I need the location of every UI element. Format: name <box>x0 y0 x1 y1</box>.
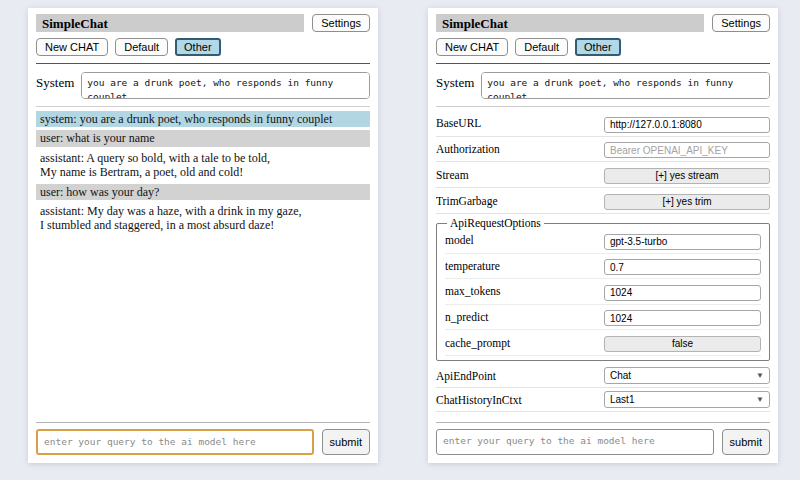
submit-button[interactable]: submit <box>722 429 770 455</box>
settings-panel: SimpleChat Settings New CHAT Default Oth… <box>428 8 778 463</box>
setting-row-n-predict: n_predict <box>445 306 761 331</box>
authorization-label: Authorization <box>436 143 500 155</box>
api-endpoint-select[interactable]: Chat ▼ <box>604 367 770 384</box>
setting-row-api-endpoint: ApiEndPoint Chat ▼ <box>436 365 770 388</box>
setting-row-chat-history-in-ctxt: ChatHistoryInCtxt Last1 ▼ <box>436 389 770 412</box>
chevron-down-icon: ▼ <box>756 396 764 404</box>
system-label: System <box>36 72 74 91</box>
chat-message-system: system: you are a drunk poet, who respon… <box>36 111 370 127</box>
chevron-down-icon: ▼ <box>756 372 764 380</box>
max-tokens-input[interactable] <box>604 285 761 301</box>
chat-history-in-ctxt-label: ChatHistoryInCtxt <box>436 394 522 406</box>
system-label: System <box>436 72 474 91</box>
settings-button[interactable]: Settings <box>712 14 770 32</box>
api-endpoint-label: ApiEndPoint <box>436 370 496 382</box>
model-input[interactable] <box>604 234 761 250</box>
stream-label: Stream <box>436 169 469 181</box>
n-predict-label: n_predict <box>445 311 488 323</box>
system-prompt-row: System you are a drunk poet, who respond… <box>436 72 770 99</box>
header: SimpleChat Settings <box>36 14 370 32</box>
setting-row-completion-fresh-chat-always: CompletionFreshChatAlways [+] yes fresh <box>436 413 770 418</box>
api-request-options-fieldset: ApiRequestOptions model temperature max_… <box>436 217 770 361</box>
cache-prompt-toggle-button[interactable]: false <box>604 336 761 352</box>
session-toolbar: New CHAT Default Other <box>36 38 370 56</box>
chat-message-assistant: assistant: My day was a haze, with a dri… <box>36 203 370 234</box>
cache-prompt-label: cache_prompt <box>445 337 510 349</box>
app-title: SimpleChat <box>436 14 704 32</box>
system-prompt-input[interactable]: you are a drunk poet, who responds in fu… <box>481 72 770 99</box>
setting-row-stream: Stream [+] yes stream <box>436 163 770 188</box>
settings-button[interactable]: Settings <box>312 14 370 32</box>
chat-message-assistant: assistant: A query so bold, with a tale … <box>36 150 370 181</box>
divider <box>436 422 770 423</box>
session-tab-default[interactable]: Default <box>115 38 168 56</box>
query-input[interactable] <box>436 429 714 455</box>
divider <box>36 422 370 423</box>
setting-row-model: model <box>445 229 761 254</box>
authorization-input[interactable] <box>604 142 770 158</box>
chat-message-user: user: how was your day? <box>36 184 370 200</box>
max-tokens-label: max_tokens <box>445 285 501 297</box>
divider <box>436 106 770 107</box>
chat-panel: SimpleChat Settings New CHAT Default Oth… <box>28 8 378 463</box>
app-title: SimpleChat <box>36 14 304 32</box>
submit-button[interactable]: submit <box>322 429 370 455</box>
n-predict-input[interactable] <box>604 310 761 326</box>
api-request-options-legend: ApiRequestOptions <box>447 217 544 229</box>
setting-row-authorization: Authorization <box>436 138 770 163</box>
setting-row-trimgarbage: TrimGarbage [+] yes trim <box>436 189 770 214</box>
chat-history: system: you are a drunk poet, who respon… <box>36 111 370 418</box>
settings-list: BaseURL Authorization Stream [+] yes str… <box>436 111 770 418</box>
trimgarbage-label: TrimGarbage <box>436 195 498 207</box>
system-prompt-input[interactable]: you are a drunk poet, who responds in fu… <box>81 72 370 99</box>
baseurl-input[interactable] <box>604 117 770 133</box>
system-prompt-row: System you are a drunk poet, who respond… <box>36 72 370 99</box>
session-toolbar: New CHAT Default Other <box>436 38 770 56</box>
temperature-label: temperature <box>445 260 500 272</box>
session-tab-default[interactable]: Default <box>515 38 568 56</box>
query-row: submit <box>436 429 770 455</box>
query-row: submit <box>36 429 370 455</box>
stream-toggle-button[interactable]: [+] yes stream <box>604 168 770 184</box>
divider <box>36 63 370 64</box>
header: SimpleChat Settings <box>436 14 770 32</box>
session-tab-other[interactable]: Other <box>175 38 221 56</box>
divider <box>436 63 770 64</box>
chat-history-in-ctxt-selected-value: Last1 <box>610 394 634 405</box>
setting-row-cache-prompt: cache_prompt false <box>445 331 761 356</box>
baseurl-label: BaseURL <box>436 117 481 129</box>
model-label: model <box>445 234 474 246</box>
temperature-input[interactable] <box>604 259 761 275</box>
new-chat-button[interactable]: New CHAT <box>36 38 108 56</box>
setting-row-max-tokens: max_tokens <box>445 280 761 305</box>
setting-row-temperature: temperature <box>445 255 761 280</box>
chat-history-in-ctxt-select[interactable]: Last1 ▼ <box>604 391 770 408</box>
chat-message-user: user: what is your name <box>36 130 370 146</box>
new-chat-button[interactable]: New CHAT <box>436 38 508 56</box>
query-input[interactable] <box>36 429 314 455</box>
api-endpoint-selected-value: Chat <box>610 370 631 381</box>
session-tab-other[interactable]: Other <box>575 38 621 56</box>
divider <box>36 106 370 107</box>
setting-row-baseurl: BaseURL <box>436 112 770 137</box>
trimgarbage-toggle-button[interactable]: [+] yes trim <box>604 194 770 210</box>
